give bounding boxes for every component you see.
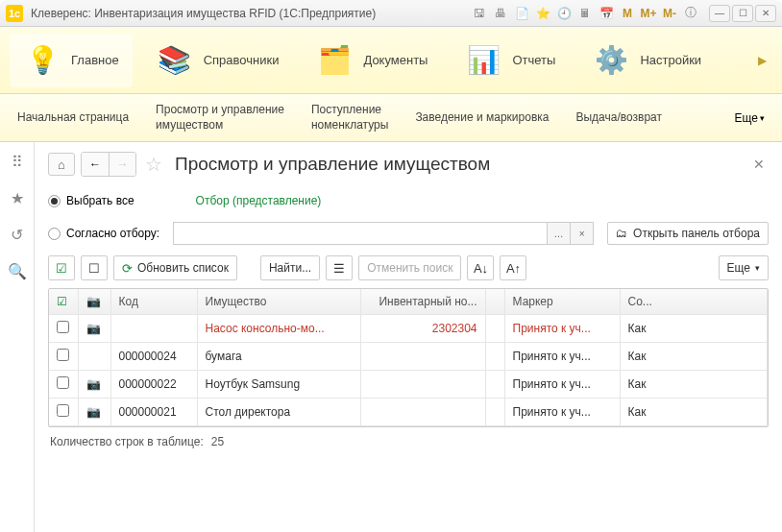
star-icon[interactable]: ★ bbox=[8, 188, 27, 207]
sort-asc-button[interactable]: A↓ bbox=[467, 255, 494, 280]
cell-photo: 📷 bbox=[78, 399, 110, 426]
subnav-home[interactable]: Начальная страница bbox=[17, 110, 129, 126]
list-icon: ☰ bbox=[333, 261, 345, 276]
search-icon[interactable]: 🔍 bbox=[8, 261, 27, 280]
subnav-marking[interactable]: Заведение и маркировка bbox=[415, 110, 549, 126]
cell-check[interactable] bbox=[49, 343, 78, 371]
forward-button[interactable]: → bbox=[109, 153, 135, 176]
row-checkbox[interactable] bbox=[57, 321, 69, 333]
row-count-label: Количество строк в таблице: bbox=[50, 435, 204, 448]
tb-calendar-icon[interactable]: 📅 bbox=[598, 5, 615, 22]
content-area: ⌂ ← → ☆ Просмотр и управление имуществом… bbox=[35, 142, 782, 532]
cell-asset: Насос консольно-мо... bbox=[197, 315, 360, 343]
cell-check[interactable] bbox=[49, 315, 78, 343]
subnav-incoming[interactable]: Поступление номенклатуры bbox=[311, 103, 388, 133]
col-code[interactable]: Код bbox=[110, 289, 197, 315]
close-window-button[interactable]: ✕ bbox=[755, 5, 776, 22]
chevron-down-icon: ▾ bbox=[760, 113, 765, 123]
find-list-button[interactable]: ☰ bbox=[326, 255, 353, 280]
close-page-button[interactable]: ✕ bbox=[749, 157, 769, 172]
home-button[interactable]: ⌂ bbox=[48, 153, 75, 176]
nav-more-icon[interactable]: ▶ bbox=[752, 54, 772, 67]
table-row[interactable]: 000000024бумагаПринято к уч...Как bbox=[49, 343, 768, 371]
filter-clear-button[interactable]: × bbox=[571, 222, 594, 245]
col-photo[interactable]: 📷 bbox=[78, 289, 110, 315]
docs-icon: 🗂️ bbox=[315, 41, 354, 80]
cell-inv: 2302304 bbox=[360, 315, 485, 343]
tb-m-icon[interactable]: M bbox=[619, 5, 636, 22]
filter-ellipsis-button[interactable]: … bbox=[548, 222, 571, 245]
col-inv[interactable]: Инвентарный но... bbox=[360, 289, 485, 315]
favorite-toggle[interactable]: ☆ bbox=[142, 153, 165, 176]
uncheck-all-button[interactable]: ☐ bbox=[81, 255, 108, 280]
nav-settings-label: Настройки bbox=[640, 53, 701, 67]
cell-gap bbox=[485, 371, 504, 399]
tb-mminus-icon[interactable]: M- bbox=[661, 5, 678, 22]
subnav-assets[interactable]: Просмотр и управление имуществом bbox=[156, 103, 284, 133]
cell-state: Как bbox=[620, 315, 768, 343]
sort-desc-button[interactable]: A↑ bbox=[500, 255, 526, 280]
filter-representation-link[interactable]: Отбор (представление) bbox=[196, 194, 322, 207]
back-button[interactable]: ← bbox=[82, 153, 109, 176]
refresh-button[interactable]: ⟳ Обновить список bbox=[113, 255, 237, 280]
open-filter-panel-button[interactable]: 🗂 Открыть панель отбора bbox=[607, 222, 769, 245]
table-footer: Количество строк в таблице: 25 bbox=[48, 427, 769, 448]
subnav-more[interactable]: Еще ▾ bbox=[735, 111, 765, 125]
tb-doc-icon[interactable]: 📄 bbox=[513, 5, 530, 22]
check-all-button[interactable]: ☑ bbox=[48, 255, 75, 280]
nav-settings[interactable]: ⚙️ Настройки bbox=[578, 34, 715, 87]
cell-inv bbox=[360, 343, 485, 371]
history-icon[interactable]: ↺ bbox=[8, 225, 27, 244]
col-state[interactable]: Со... bbox=[620, 289, 768, 315]
nav-reports-label: Отчеты bbox=[512, 53, 555, 67]
cell-check[interactable] bbox=[49, 371, 78, 399]
tb-print-icon[interactable]: 🖶 bbox=[492, 5, 509, 22]
cell-code: 000000024 bbox=[110, 343, 197, 371]
check-icon: ☑ bbox=[56, 261, 67, 276]
toolbar-more-label: Еще bbox=[727, 261, 750, 275]
asset-table: ☑ 📷 Код Имущество Инвентарный но... Марк… bbox=[48, 288, 769, 427]
row-checkbox[interactable] bbox=[57, 349, 69, 361]
table-row[interactable]: 📷000000021Стол директораПринято к уч...К… bbox=[49, 399, 768, 426]
chart-icon: 📊 bbox=[464, 41, 502, 80]
apps-icon[interactable]: ⠿ bbox=[8, 152, 27, 171]
cell-code bbox=[110, 315, 197, 343]
tb-history-icon[interactable]: 🕘 bbox=[555, 5, 573, 22]
col-check[interactable]: ☑ bbox=[49, 289, 78, 315]
page-title: Просмотр и управление имуществом bbox=[175, 154, 490, 175]
tb-save-icon[interactable]: 🖫 bbox=[471, 5, 488, 22]
radio-by-filter[interactable]: Согласно отбору: bbox=[48, 227, 159, 240]
row-checkbox[interactable] bbox=[57, 376, 69, 389]
cell-marker: Принято к уч... bbox=[504, 343, 620, 371]
nav-docs[interactable]: 🗂️ Документы bbox=[302, 34, 441, 87]
tb-mplus-icon[interactable]: M+ bbox=[640, 5, 657, 22]
cell-state: Как bbox=[620, 371, 768, 399]
subnav-issue[interactable]: Выдача/возврат bbox=[575, 110, 662, 126]
tb-calc-icon[interactable]: 🖩 bbox=[576, 5, 594, 22]
filter-input[interactable] bbox=[173, 222, 548, 245]
nav-main-label: Главное bbox=[71, 53, 119, 67]
table-row[interactable]: 📷000000022Ноутбук SamsungПринято к уч...… bbox=[49, 371, 768, 399]
radio-select-all[interactable]: Выбрать все bbox=[48, 194, 134, 207]
cancel-search-button[interactable]: Отменить поиск bbox=[358, 255, 461, 280]
row-checkbox[interactable] bbox=[57, 404, 69, 417]
cell-marker: Принято к уч... bbox=[504, 315, 620, 343]
books-icon: 📚 bbox=[156, 41, 194, 80]
table-row[interactable]: 📷Насос консольно-мо...2302304Принято к у… bbox=[49, 315, 768, 343]
col-asset[interactable]: Имущество bbox=[197, 289, 360, 315]
nav-main[interactable]: 💡 Главное bbox=[10, 34, 133, 87]
filter-panel-icon: 🗂 bbox=[616, 227, 627, 240]
toolbar-more-button[interactable]: Еще ▾ bbox=[719, 255, 769, 280]
find-button[interactable]: Найти... bbox=[260, 255, 320, 280]
nav-reports[interactable]: 📊 Отчеты bbox=[451, 34, 569, 87]
tb-fav-icon[interactable]: ⭐ bbox=[534, 5, 551, 22]
tb-info-icon[interactable]: ⓘ bbox=[682, 5, 699, 22]
minimize-button[interactable]: — bbox=[709, 5, 730, 22]
nav-refs[interactable]: 📚 Справочники bbox=[142, 34, 293, 87]
left-sidebar: ⠿ ★ ↺ 🔍 bbox=[0, 142, 35, 532]
lamp-icon: 💡 bbox=[23, 41, 61, 80]
cell-check[interactable] bbox=[49, 399, 78, 426]
nav-docs-label: Документы bbox=[363, 53, 428, 67]
col-marker[interactable]: Маркер bbox=[504, 289, 620, 315]
maximize-button[interactable]: ☐ bbox=[732, 5, 753, 22]
